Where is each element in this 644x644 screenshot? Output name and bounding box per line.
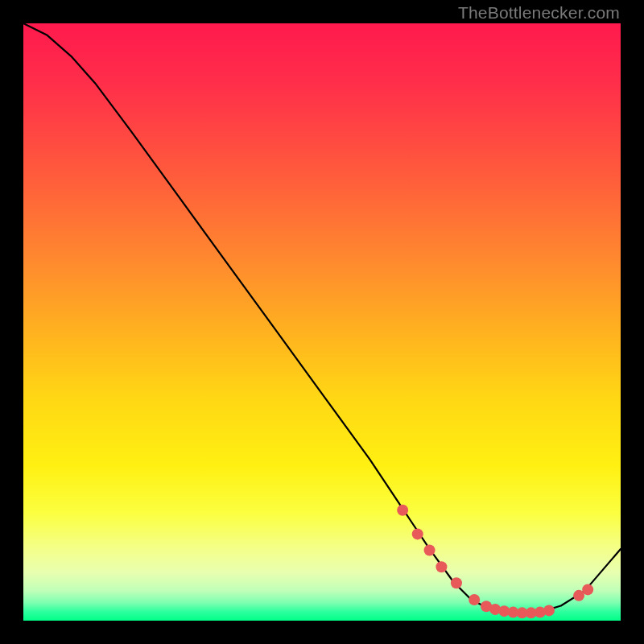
highlight-dots-group bbox=[397, 505, 593, 619]
highlight-dot bbox=[582, 584, 593, 595]
highlight-dot bbox=[412, 528, 423, 539]
highlight-dot bbox=[543, 605, 555, 616]
watermark-text: TheBottlenecker.com bbox=[458, 3, 620, 23]
highlight-dot bbox=[451, 577, 462, 588]
plot-area bbox=[23, 23, 621, 621]
highlight-dot bbox=[424, 544, 436, 555]
chart-frame: TheBottlenecker.com bbox=[0, 0, 644, 644]
highlight-dot bbox=[397, 505, 408, 516]
bottleneck-curve bbox=[23, 23, 621, 613]
highlight-dot bbox=[436, 561, 447, 572]
highlight-dot bbox=[469, 594, 480, 605]
curve-svg bbox=[23, 23, 621, 621]
